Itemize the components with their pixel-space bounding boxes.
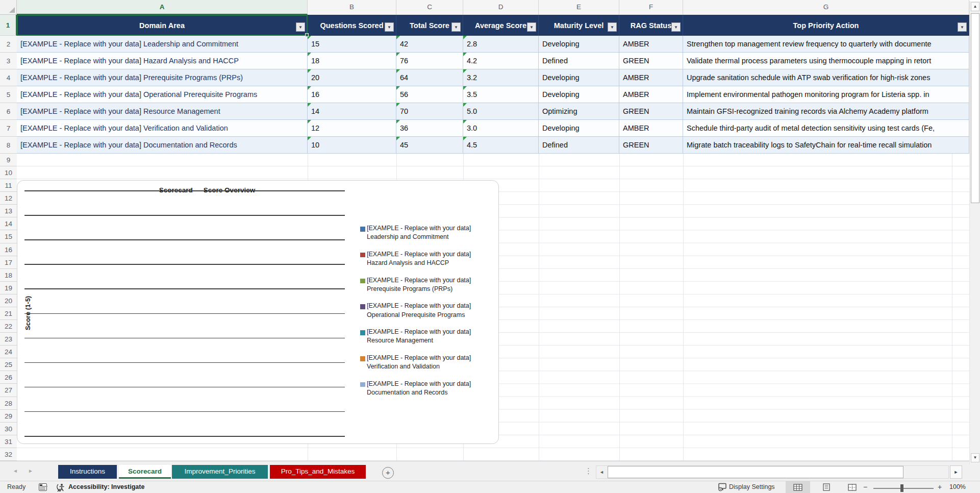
sheet-tab-scorecard[interactable]: Scorecard [119,465,171,479]
cell-r6c5[interactable]: Optimizing [539,103,619,120]
row-number-26[interactable]: 26 [0,371,17,384]
column-letter-A[interactable]: A [17,0,308,15]
cell-r4c3[interactable]: 64 [396,69,463,86]
row-number-1[interactable]: 1 [0,15,17,36]
cell-r8c7[interactable]: Migrate batch traceability logs to Safet… [683,137,969,154]
scroll-left-icon[interactable]: ◄ [599,470,604,475]
cell-r4c4[interactable]: 3.2 [463,69,539,86]
zoom-slider-thumb[interactable] [900,484,903,492]
filter-dropdown-icon[interactable]: ▼ [296,22,305,32]
cell-r3c1[interactable]: [EXAMPLE - Replace with your data] Hazar… [17,53,308,69]
cell-r6c1[interactable]: [EXAMPLE - Replace with your data] Resou… [17,103,308,120]
row-number-25[interactable]: 25 [0,358,17,371]
row-number-27[interactable]: 27 [0,384,17,397]
cell-r6c7[interactable]: Maintain GFSI-recognized training record… [683,103,969,120]
cell-r6c3[interactable]: 70 [396,103,463,120]
row-number-14[interactable]: 14 [0,217,17,230]
column-letter-C[interactable]: C [396,0,463,15]
view-page-break-button[interactable] [840,481,864,493]
cell-r8c1[interactable]: [EXAMPLE - Replace with your data] Docum… [17,137,308,154]
row-number-24[interactable]: 24 [0,346,17,358]
cell-r5c3[interactable]: 56 [396,86,463,103]
cell-r8c4[interactable]: 4.5 [463,137,539,154]
filter-dropdown-icon[interactable]: ▼ [958,22,967,32]
row-number-7[interactable]: 7 [0,120,17,137]
view-normal-button[interactable] [786,481,810,493]
cell-r4c1[interactable]: [EXAMPLE - Replace with your data] Prere… [17,69,308,86]
scroll-up-button[interactable]: ▲ [971,2,979,11]
cell-r5c1[interactable]: [EXAMPLE - Replace with your data] Opera… [17,86,308,103]
display-settings-button[interactable]: Display Settings [717,483,727,493]
row-number-12[interactable]: 12 [0,192,17,205]
cell-r5c5[interactable]: Developing [539,86,619,103]
sheet-tab-improvement_priorities[interactable]: Improvement_Priorities [172,465,268,479]
row-number-16[interactable]: 16 [0,243,17,256]
sheet-tab-instructions[interactable]: Instructions [58,465,117,479]
score-overview-chart[interactable]: Scorecard — Score Overview Score (1-5) [… [17,180,499,444]
column-letter-E[interactable]: E [539,0,619,15]
cell-r3c2[interactable]: 18 [308,53,396,69]
cell-r7c3[interactable]: 36 [396,120,463,137]
accessibility-checker[interactable]: Accessibility: Investigate [56,483,66,493]
cell-r7c6[interactable]: AMBER [619,120,683,137]
horizontal-scrollbar[interactable]: ◄ [596,465,949,479]
filter-dropdown-icon[interactable]: ▼ [527,22,536,32]
cell-r6c2[interactable]: 14 [308,103,396,120]
cell-r7c4[interactable]: 3.0 [463,120,539,137]
cell-r5c7[interactable]: Implement environmental pathogen monitor… [683,86,969,103]
row-number-18[interactable]: 18 [0,269,17,282]
row-number-20[interactable]: 20 [0,294,17,307]
cell-r7c1[interactable]: [EXAMPLE - Replace with your data] Verif… [17,120,308,137]
cell-r8c3[interactable]: 45 [396,137,463,154]
row-number-31[interactable]: 31 [0,435,17,448]
cell-r3c5[interactable]: Defined [539,53,619,69]
cell-r7c2[interactable]: 12 [308,120,396,137]
row-number-3[interactable]: 3 [0,53,17,69]
cell-r2c6[interactable]: AMBER [619,36,683,53]
row-number-11[interactable]: 11 [0,179,17,192]
row-number-21[interactable]: 21 [0,307,17,320]
cell-r5c6[interactable]: AMBER [619,86,683,103]
tab-splitter-dots-icon[interactable]: ⋮ [585,466,592,476]
cell-r3c6[interactable]: GREEN [619,53,683,69]
cell-r5c4[interactable]: 3.5 [463,86,539,103]
zoom-slider-track[interactable] [873,488,934,489]
row-number-28[interactable]: 28 [0,397,17,410]
tab-scroll-left-icon[interactable]: ◄ [13,468,18,474]
cell-r8c6[interactable]: GREEN [619,137,683,154]
table-header-5[interactable]: RAG Status▼ [619,15,683,36]
row-number-29[interactable]: 29 [0,410,17,423]
cell-r2c7[interactable]: Strengthen top management review frequen… [683,36,969,53]
table-header-2[interactable]: Total Score▼ [396,15,463,36]
row-number-6[interactable]: 6 [0,103,17,120]
cell-r6c6[interactable]: GREEN [619,103,683,120]
table-header-6[interactable]: Top Priority Action▼ [683,15,969,36]
cell-r2c5[interactable]: Developing [539,36,619,53]
cell-r6c4[interactable]: 5.0 [463,103,539,120]
zoom-level[interactable]: 100% [949,483,966,490]
new-sheet-button[interactable]: + [382,467,394,479]
cell-r4c2[interactable]: 20 [308,69,396,86]
select-all-corner[interactable] [0,0,17,15]
cell-r2c1[interactable]: [EXAMPLE - Replace with your data] Leade… [17,36,308,53]
cell-r2c2[interactable]: 15 [308,36,396,53]
cell-r2c4[interactable]: 2.8 [463,36,539,53]
macro-record-icon[interactable] [39,483,47,491]
row-number-9[interactable]: 9 [0,154,17,166]
cell-r4c5[interactable]: Developing [539,69,619,86]
filter-dropdown-icon[interactable]: ▼ [671,22,681,32]
row-number-15[interactable]: 15 [0,230,17,243]
table-header-1[interactable]: Questions Scored▼ [308,15,396,36]
filter-dropdown-icon[interactable]: ▼ [451,22,461,32]
row-number-23[interactable]: 23 [0,333,17,346]
row-number-8[interactable]: 8 [0,137,17,154]
vertical-scrollbar-thumb[interactable] [971,13,979,203]
row-number-13[interactable]: 13 [0,205,17,217]
row-number-32[interactable]: 32 [0,448,17,461]
cell-r7c7[interactable]: Schedule third-party audit of metal dete… [683,120,969,137]
zoom-out-button[interactable]: − [863,483,867,491]
cell-r2c3[interactable]: 42 [396,36,463,53]
row-number-19[interactable]: 19 [0,282,17,294]
filter-dropdown-icon[interactable]: ▼ [385,22,394,32]
horizontal-scrollbar-thumb[interactable] [608,466,903,478]
